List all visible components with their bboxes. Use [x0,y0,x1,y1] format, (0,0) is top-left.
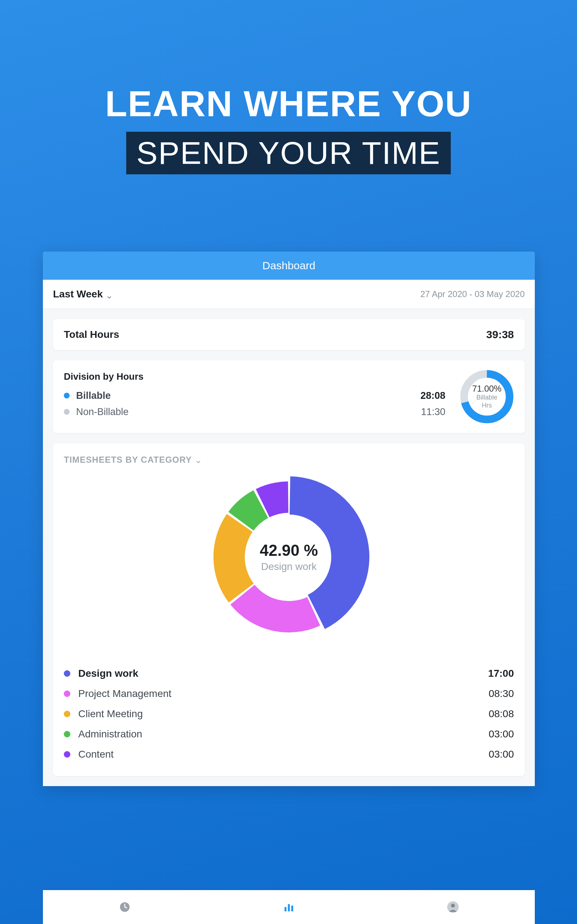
nav-profile[interactable] [371,890,535,924]
period-dropdown[interactable]: Last Week [53,288,112,300]
total-hours-title: Total Hours [64,329,119,340]
category-label: Design work [78,668,488,679]
category-donut-chart[interactable]: 42.90 % Design work [204,472,374,642]
dot-icon [64,393,69,399]
category-value: 08:30 [488,688,514,699]
donut-center: 42.90 % Design work [204,472,374,642]
svg-rect-5 [292,906,293,911]
gauge-percent: 71.00% [472,384,501,394]
gauge-label-1: Billable [476,394,497,402]
dot-icon [64,409,69,415]
filter-row: Last Week 27 Apr 2020 - 03 May 2020 [43,280,535,309]
division-value: 28:08 [351,390,445,401]
category-row[interactable]: Project Management08:30 [64,683,514,704]
svg-rect-3 [285,907,286,911]
category-row[interactable]: Design work17:00 [64,663,514,683]
dot-icon [64,731,70,737]
category-value: 08:08 [488,708,514,720]
nav-reports[interactable] [207,890,371,924]
avatar-icon [446,901,459,914]
dashboard-content: Total Hours 39:38 Division by Hours Bill… [43,309,535,786]
bottom-nav [43,890,535,924]
hero-banner: LEARN WHERE YOU SPEND YOUR TIME [0,0,577,174]
category-value: 03:00 [488,749,514,760]
hero-line2: SPEND YOUR TIME [136,135,440,171]
gauge-center: 71.00% Billable Hrs [460,370,514,424]
hero-line1: LEARN WHERE YOU [0,83,577,124]
division-left: Division by Hours Billable 28:08 Non-Bil… [64,371,445,423]
category-dropdown[interactable]: TIMESHEETS BY CATEGORY [64,455,514,465]
category-value: 03:00 [488,729,514,740]
category-header-label: TIMESHEETS BY CATEGORY [64,455,192,465]
category-row[interactable]: Client Meeting08:08 [64,704,514,724]
division-label: Non-Billable [76,406,351,418]
division-label: Billable [76,390,351,401]
category-row[interactable]: Administration03:00 [64,724,514,744]
date-range: 27 Apr 2020 - 03 May 2020 [420,289,525,299]
nav-timer[interactable] [43,890,207,924]
category-label: Administration [78,729,488,740]
dot-icon [64,670,70,677]
division-card[interactable]: Division by Hours Billable 28:08 Non-Bil… [53,360,525,433]
donut-label: Design work [261,561,317,572]
total-hours-card[interactable]: Total Hours 39:38 [53,319,525,350]
category-value: 17:00 [488,668,514,679]
category-label: Content [78,749,488,760]
category-list: Design work17:00Project Management08:30C… [64,663,514,764]
bar-chart-icon [282,901,295,914]
category-row[interactable]: Content03:00 [64,744,514,764]
gauge-label-2: Hrs [482,402,492,410]
category-card: TIMESHEETS BY CATEGORY 42.90 % Design wo… [53,443,525,776]
division-title: Division by Hours [64,371,445,382]
clock-icon [118,901,131,914]
chevron-down-icon [195,457,201,463]
division-value: 11:30 [351,406,445,418]
category-label: Client Meeting [78,708,488,720]
division-row-billable: Billable 28:08 [64,390,445,401]
svg-point-7 [451,904,455,908]
hero-line2-wrap: SPEND YOUR TIME [126,132,450,174]
total-hours-value: 39:38 [486,328,514,341]
donut-percent: 42.90 % [259,541,318,559]
dot-icon [64,690,70,697]
category-label: Project Management [78,688,488,699]
division-row-nonbillable: Non-Billable 11:30 [64,406,445,418]
dot-icon [64,711,70,717]
billable-gauge: 71.00% Billable Hrs [460,370,514,424]
period-label: Last Week [53,288,103,300]
app-frame: Dashboard Last Week 27 Apr 2020 - 03 May… [43,252,535,786]
app-header-title: Dashboard [43,252,535,280]
dot-icon [64,751,70,758]
svg-rect-4 [288,904,290,911]
chevron-down-icon [106,291,112,297]
